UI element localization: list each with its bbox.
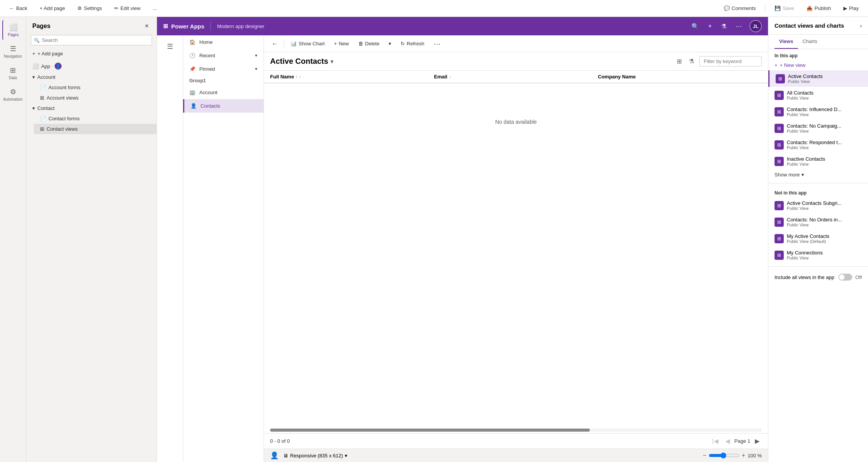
search-input[interactable]: [31, 35, 152, 45]
pa-avatar[interactable]: JL: [749, 20, 762, 32]
include-toggle: Include all views in the app Off: [768, 270, 868, 284]
view-item-responded[interactable]: ⊞ Contacts: Responded t... Public View ⋯: [768, 136, 868, 153]
play-button[interactable]: ▶ Play: [840, 4, 862, 13]
tab-views[interactable]: Views: [775, 35, 798, 49]
include-toggle-switch[interactable]: [838, 274, 852, 281]
tree-item-account-views[interactable]: ⊞ Account views: [34, 93, 157, 103]
show-chart-button[interactable]: 📊 Show Chart: [286, 38, 329, 49]
nav-account[interactable]: 🏢 Account: [183, 86, 264, 99]
nav-recent[interactable]: 🕐 Recent ▾: [183, 49, 264, 62]
delete-button[interactable]: 🗑 Delete: [354, 38, 384, 49]
toolbar-back-button[interactable]: ←: [267, 38, 282, 50]
section-contact[interactable]: ▾ Contact: [26, 103, 157, 113]
account-icon: 🏢: [189, 90, 195, 95]
nav-icon-pages[interactable]: ⬜ Pages: [2, 20, 24, 40]
view-item-my-active[interactable]: ⊞ My Active Contacts Public View (Defaul…: [768, 230, 868, 247]
scrollbar-thumb[interactable]: [270, 429, 590, 432]
zoom-label: 100 %: [748, 453, 762, 459]
pinned-label: Pinned: [199, 66, 215, 72]
pa-more-button[interactable]: ⋯: [734, 21, 743, 32]
tab-charts[interactable]: Charts: [798, 35, 822, 49]
pa-filter-button[interactable]: ⚗: [719, 21, 728, 32]
more-button[interactable]: ...: [150, 4, 160, 13]
publish-icon: 📤: [806, 5, 813, 11]
edit-view-button[interactable]: ✏ Edit view: [111, 4, 144, 13]
col-company[interactable]: Company Name: [598, 74, 762, 80]
tree-item-account-forms[interactable]: 📄 Account forms: [34, 82, 157, 93]
top-bar: ← Back + Add page ⚙ Settings ✏ Edit view…: [0, 0, 868, 17]
hamburger-button[interactable]: ☰: [157, 38, 183, 55]
show-more-chevron: ▾: [801, 172, 804, 178]
close-pages-button[interactable]: ✕: [143, 22, 150, 30]
pinned-chevron: ▾: [255, 66, 257, 71]
save-button[interactable]: 💾 Save: [771, 4, 797, 13]
filter-input[interactable]: [700, 57, 761, 66]
responsive-button[interactable]: 🖥 Responsive (835 x 612) ▾: [283, 453, 347, 459]
nav-icons-sidebar: ⬜ Pages ☰ Navigation ⊞ Data ⚙ Automation: [0, 17, 26, 462]
layout-button[interactable]: ⊞: [675, 56, 683, 66]
view-item-influenced[interactable]: ⊞ Contacts: Influenced D... Public View …: [768, 103, 868, 120]
new-view-button[interactable]: + + New view: [768, 60, 868, 70]
pa-add-button[interactable]: +: [707, 21, 713, 31]
add-page-button-sidebar[interactable]: + + Add page: [26, 48, 157, 59]
add-page-button[interactable]: + Add page: [37, 4, 68, 13]
tree-item-app[interactable]: ⬜ App 👤: [26, 60, 157, 72]
in-this-app-views: ⊞ Active Contacts Public View ⋯ ⊞ All Co…: [768, 70, 868, 170]
section-account[interactable]: ▾ Account: [26, 72, 157, 82]
pa-search-button[interactable]: 🔍: [690, 21, 701, 32]
col-fullname[interactable]: Full Name ↑ ↓: [270, 74, 434, 80]
new-button[interactable]: + New: [329, 38, 354, 49]
first-page-button[interactable]: |◀: [710, 437, 721, 445]
right-panel-chevron[interactable]: ›: [860, 23, 862, 29]
view-item-inactive[interactable]: ⊞ Inactive Contacts Public View ⋯: [768, 153, 868, 170]
nav-icon-automation[interactable]: ⚙ Automation: [2, 85, 24, 105]
search-icon: 🔍: [34, 38, 40, 43]
scrollbar-track[interactable]: [270, 429, 762, 432]
publish-button[interactable]: 📤 Publish: [803, 4, 834, 13]
avatar-initials: JL: [753, 23, 758, 29]
comments-button[interactable]: 💬 Comments: [721, 4, 759, 13]
tree-item-contact-views[interactable]: ⊞ Contact views: [34, 124, 157, 134]
contact-views-label: Contact views: [47, 126, 78, 132]
view-item-all-contacts[interactable]: ⊞ All Contacts Public View ⋯: [768, 87, 868, 103]
zoom-in-button[interactable]: +: [742, 452, 745, 459]
tree-container: ⬜ App 👤 ▾ Account 📄 Account forms ⊞ Acco…: [26, 59, 157, 462]
nav-home[interactable]: 🏠 Home: [183, 35, 264, 49]
app-badge: 👤: [55, 63, 62, 70]
refresh-button[interactable]: ↻ Refresh: [396, 38, 429, 49]
view-footer: 0 - 0 of 0 |◀ ◀ Page 1 ▶: [264, 433, 768, 449]
view-item-subgrid[interactable]: ⊞ Active Contacts Subgri... Public View …: [768, 197, 868, 214]
nav-pinned[interactable]: 📌 Pinned ▾: [183, 62, 264, 76]
dropdown-button[interactable]: ▾: [384, 38, 396, 49]
nav-icon-data[interactable]: ⊞ Data: [2, 63, 24, 83]
pa-subtitle: Modern app designer: [217, 23, 264, 29]
view-item-my-connections[interactable]: ⊞ My Connections Public View ⋯: [768, 247, 868, 263]
view-item-no-campaign[interactable]: ⊞ Contacts: No Campaig... Public View ⋯: [768, 120, 868, 136]
view-item-no-orders[interactable]: ⊞ Contacts: No Orders in... Public View …: [768, 214, 868, 230]
contacts-icon: 👤: [190, 103, 197, 109]
view-item-sub-6: Public View: [787, 162, 853, 166]
view-item-active-contacts[interactable]: ⊞ Active Contacts Public View ⋯: [768, 70, 868, 87]
prev-page-button[interactable]: ◀: [723, 437, 732, 445]
tree-item-contact-forms[interactable]: 📄 Contact forms: [34, 113, 157, 124]
settings-button[interactable]: ⚙ Settings: [74, 4, 105, 13]
nav-icon-navigation[interactable]: ☰ Navigation: [2, 42, 24, 61]
zoom-out-button[interactable]: −: [703, 452, 706, 459]
view-title-chevron[interactable]: ▾: [331, 58, 333, 65]
view-item-sub-9: Public View (Default): [787, 239, 853, 244]
show-more-button[interactable]: Show more ▾: [768, 170, 868, 180]
col-email[interactable]: Email ↓: [434, 74, 598, 80]
edit-icon: ✏: [114, 5, 119, 11]
back-button[interactable]: ← Back: [6, 4, 30, 13]
nav-contacts[interactable]: 👤 Contacts: [183, 99, 264, 113]
in-this-app-text: In this app: [775, 53, 798, 58]
next-page-button[interactable]: ▶: [753, 437, 762, 445]
new-view-icon: +: [775, 62, 778, 68]
filter-button[interactable]: ⚗: [687, 56, 696, 66]
navigation-nav-label: Navigation: [4, 54, 22, 58]
more-toolbar-button[interactable]: ⋯: [429, 37, 445, 50]
view-toolbar: ← 📊 Show Chart + New 🗑 Delete ▾: [264, 35, 768, 52]
delete-icon: 🗑: [358, 41, 363, 47]
zoom-slider[interactable]: [709, 452, 739, 459]
add-page-sidebar-label: + Add page: [38, 51, 63, 57]
